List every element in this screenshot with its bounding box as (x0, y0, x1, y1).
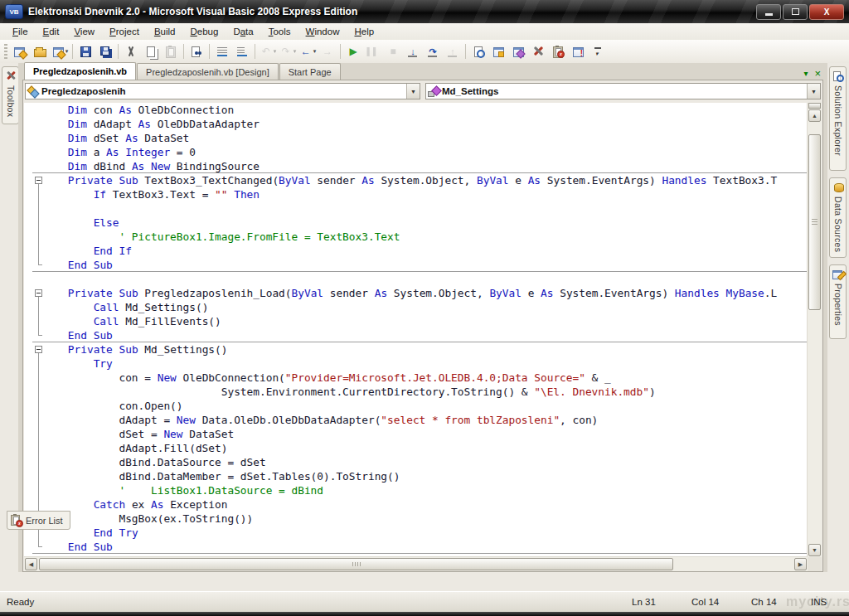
doc-tab-pregledzaposlenih-vb-design-[interactable]: Pregledzaposlenih.vb [Design] (137, 63, 279, 80)
tab-properties[interactable]: Properties (829, 264, 847, 339)
code-line[interactable]: Dim con As OleDbConnection (24, 103, 808, 117)
code-line[interactable]: ' PictureBox1.Image.FromFile = TextBox3.… (24, 230, 808, 244)
toolbox-button[interactable] (528, 42, 548, 61)
code-line[interactable]: dSet = New DataSet (24, 427, 808, 441)
scroll-left-button[interactable]: ◀ (25, 558, 37, 570)
paste-button[interactable] (161, 42, 181, 61)
minimize-button[interactable] (756, 4, 781, 20)
menu-window[interactable]: Window (298, 25, 347, 38)
redo-button[interactable]: ↷▾ (278, 42, 298, 61)
navigate-backward-button[interactable]: ←▾ (298, 42, 318, 61)
menu-build[interactable]: Build (147, 25, 183, 38)
code-line[interactable]: con = New OleDbConnection("Provider=Micr… (24, 371, 808, 385)
code-line[interactable]: End Try (24, 526, 808, 540)
member-dropdown[interactable]: Md_Settings ▼ (425, 83, 821, 99)
copy-button[interactable] (141, 42, 161, 61)
step-over-button[interactable]: ↷ (423, 42, 443, 61)
menu-project[interactable]: Project (102, 25, 147, 38)
add-new-item-button[interactable]: ▾ (50, 42, 70, 61)
code-line[interactable] (24, 272, 808, 286)
new-project-button[interactable] (10, 42, 30, 61)
vertical-scrollbar[interactable]: ▲ ▼ (807, 103, 822, 557)
code-line[interactable]: Private Sub Md_Settings() (24, 342, 808, 357)
break-all-button[interactable]: ▌▌ (363, 42, 383, 61)
tab-solution-explorer[interactable]: Solution Explorer (829, 66, 847, 171)
doc-tab-pregledzaposlenih-vb[interactable]: Pregledzaposlenih.vb (24, 62, 136, 80)
menu-data[interactable]: Data (226, 25, 260, 38)
code-line[interactable]: Catch ex As Exception (24, 497, 808, 512)
code-line[interactable]: ' ListBox1.DataSource = dBind (24, 483, 808, 497)
close-button[interactable]: X (809, 4, 844, 20)
tab-toolbox[interactable]: Toolbox (2, 66, 19, 124)
code-line[interactable]: End Sub (24, 328, 808, 342)
solution-explorer-button[interactable] (468, 42, 488, 61)
horizontal-scrollbar[interactable]: ◀ ▶ (24, 556, 808, 571)
menu-help[interactable]: Help (347, 25, 381, 38)
collapse-region-button[interactable] (35, 346, 42, 353)
code-line[interactable]: System.Environment.CurrentDirectory.ToSt… (24, 385, 808, 399)
horizontal-scroll-thumb[interactable] (39, 558, 673, 570)
immediate-window-button[interactable]: ! (568, 42, 588, 61)
tab-data-sources[interactable]: Data Sources (829, 177, 847, 258)
restore-button[interactable] (783, 4, 808, 20)
vertical-scroll-thumb[interactable] (808, 134, 821, 310)
navigate-forward-button[interactable]: → (318, 42, 337, 61)
code-line[interactable]: MsgBox(ex.ToString()) (24, 512, 808, 526)
code-line[interactable]: Private Sub Pregledzaposlenih_Load(ByVal… (24, 286, 808, 300)
step-into-button[interactable]: ↓ (403, 42, 423, 61)
code-line[interactable]: dAdapt.Fill(dSet) (24, 441, 808, 455)
undo-button[interactable]: ↶▾ (258, 42, 278, 61)
active-files-dropdown-icon[interactable]: ▾ (803, 69, 808, 78)
code-line[interactable]: Call Md_Settings() (24, 300, 808, 314)
toolbar-options-button[interactable]: ▾ (588, 42, 608, 61)
code-line[interactable]: Dim dBind As New BindingSource (24, 159, 808, 173)
menu-debug[interactable]: Debug (182, 25, 226, 38)
open-file-button[interactable] (30, 42, 50, 61)
menu-edit[interactable]: Edit (36, 25, 67, 38)
code-line[interactable] (24, 201, 808, 216)
code-line[interactable]: dBind.DataMember = dSet.Tables(0).ToStri… (24, 469, 808, 483)
scroll-up-button[interactable]: ▲ (808, 109, 821, 122)
code-line[interactable]: End Sub (24, 258, 808, 272)
stop-debugging-button[interactable]: ■ (383, 42, 403, 61)
code-line[interactable]: Dim dSet As DataSet (24, 131, 808, 145)
save-all-button[interactable] (95, 42, 115, 61)
code-line[interactable]: dAdapt = New Data.OleDb.OleDbDataAdapter… (24, 413, 808, 427)
object-dropdown-arrow[interactable]: ▼ (406, 84, 420, 99)
save-button[interactable] (75, 42, 95, 61)
collapse-region-button[interactable] (35, 289, 42, 297)
code-line[interactable]: Dim a As Integer = 0 (24, 145, 808, 159)
code-line[interactable]: If TextBox3.Text = "" Then (24, 187, 808, 201)
properties-window-button[interactable] (488, 42, 508, 61)
code-line[interactable]: Try (24, 357, 808, 371)
code-line[interactable]: Private Sub TextBox3_TextChanged(ByVal s… (24, 173, 808, 187)
collapse-region-button[interactable] (35, 177, 42, 184)
object-browser-button[interactable] (508, 42, 528, 61)
find-in-files-button[interactable] (187, 42, 206, 61)
menu-tools[interactable]: Tools (261, 25, 298, 38)
code-line[interactable]: dBind.DataSource = dSet (24, 455, 808, 469)
code-line[interactable]: con.Open() (24, 399, 808, 413)
cut-button[interactable] (121, 42, 141, 61)
menu-view[interactable]: View (66, 25, 102, 38)
editor-splitter-handle[interactable] (808, 103, 821, 109)
scroll-right-button[interactable]: ▶ (794, 558, 807, 570)
code-line[interactable]: Dim dAdapt As OleDbDataAdapter (24, 117, 808, 131)
menu-file[interactable]: File (5, 25, 36, 38)
comment-button[interactable] (212, 42, 232, 61)
code-editor[interactable]: Dim con As OleDbConnection Dim dAdapt As… (24, 103, 808, 557)
toolbar-grip[interactable] (4, 44, 7, 59)
scroll-down-button[interactable]: ▼ (808, 544, 821, 556)
close-document-icon[interactable]: × (814, 67, 821, 80)
step-out-button[interactable]: ↑ (443, 42, 463, 61)
doc-tab-start-page[interactable]: Start Page (279, 63, 341, 80)
error-list-button[interactable]: x (548, 42, 568, 61)
member-dropdown-arrow[interactable]: ▼ (807, 84, 820, 99)
start-debugging-button[interactable]: ▶ (343, 42, 363, 61)
code-line[interactable]: Else (24, 216, 808, 230)
uncomment-button[interactable] (232, 42, 252, 61)
object-dropdown[interactable]: Pregledzaposlenih ▼ (25, 83, 420, 99)
code-line[interactable]: Call Md_FillEvents() (24, 314, 808, 328)
error-list-tab[interactable]: xError List (7, 511, 70, 530)
code-line[interactable]: End Sub (24, 540, 808, 554)
